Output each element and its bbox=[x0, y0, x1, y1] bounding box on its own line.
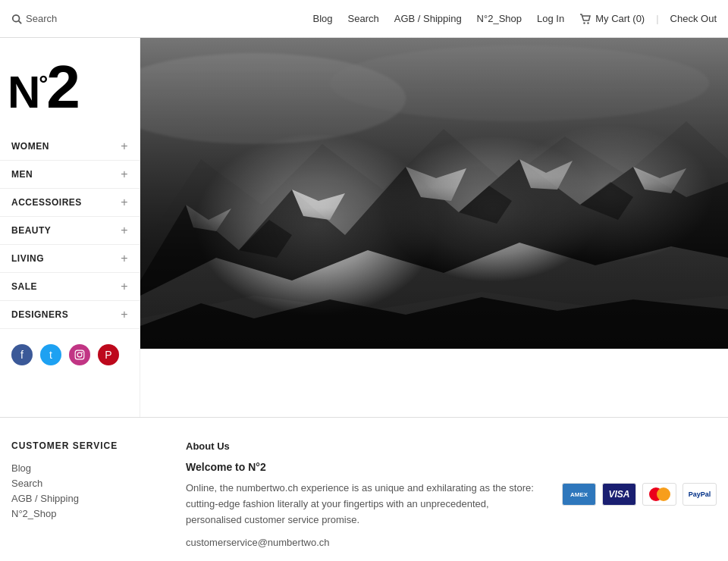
svg-marker-16 bbox=[633, 167, 686, 193]
expand-icon: + bbox=[121, 308, 128, 321]
svg-marker-18 bbox=[140, 292, 728, 349]
checkout-button[interactable]: Check Out bbox=[670, 13, 717, 24]
nav-blog[interactable]: Blog bbox=[312, 13, 332, 24]
expand-icon: + bbox=[121, 252, 128, 265]
sidebar: N°2 WOMEN + MEN + ACCESSOIRES + BEAUTY +… bbox=[0, 38, 140, 417]
hero-area bbox=[140, 38, 728, 417]
svg-marker-22 bbox=[580, 182, 633, 220]
about-title: About Us bbox=[186, 440, 539, 452]
cart-icon bbox=[579, 14, 592, 24]
svg-point-0 bbox=[13, 14, 20, 21]
divider: | bbox=[656, 13, 658, 24]
instagram-icon[interactable] bbox=[69, 344, 90, 365]
footer-blog-link[interactable]: Blog bbox=[11, 462, 163, 474]
svg-marker-14 bbox=[406, 167, 466, 201]
expand-icon: + bbox=[121, 224, 128, 237]
footer-service: CUSTOMER SERVICE Blog Search AGB / Shipp… bbox=[0, 417, 728, 561]
twitter-icon[interactable]: t bbox=[40, 344, 61, 365]
sidebar-item-sale[interactable]: SALE + bbox=[0, 273, 140, 301]
sidebar-item-beauty[interactable]: BEAUTY + bbox=[0, 217, 140, 245]
expand-icon: + bbox=[121, 280, 128, 293]
svg-rect-7 bbox=[140, 38, 728, 349]
nav-login[interactable]: Log In bbox=[537, 13, 564, 24]
svg-point-8 bbox=[140, 53, 406, 144]
cart-label: My Cart (0) bbox=[595, 13, 645, 24]
logo-degree: ° bbox=[39, 71, 46, 96]
footer-search-link[interactable]: Search bbox=[11, 478, 163, 489]
svg-marker-11 bbox=[140, 159, 728, 349]
contact-email[interactable]: customerservice@numbertwo.ch bbox=[186, 537, 329, 548]
svg-marker-20 bbox=[239, 220, 292, 258]
customer-service-title: CUSTOMER SERVICE bbox=[11, 440, 163, 451]
amex-logo: AMEX bbox=[562, 483, 596, 506]
mountain-scene bbox=[140, 38, 728, 349]
svg-marker-12 bbox=[186, 205, 231, 231]
paypal-logo: PayPal bbox=[682, 483, 717, 506]
svg-marker-19 bbox=[140, 317, 728, 349]
svg-marker-17 bbox=[140, 243, 728, 349]
expand-icon: + bbox=[121, 168, 128, 181]
welcome-title: Welcome to N°2 bbox=[186, 461, 539, 473]
about-section: About Us Welcome to N°2 Online, the numb… bbox=[186, 440, 539, 548]
svg-point-3 bbox=[587, 22, 588, 24]
svg-rect-4 bbox=[75, 350, 84, 359]
search-bar[interactable]: Search bbox=[11, 13, 312, 24]
svg-marker-13 bbox=[292, 190, 345, 220]
nav-shop[interactable]: N°2_Shop bbox=[477, 13, 522, 24]
svg-point-6 bbox=[81, 352, 83, 353]
top-bar-right: My Cart (0) | Check Out bbox=[579, 13, 717, 24]
nav-search[interactable]: Search bbox=[348, 13, 379, 24]
sidebar-item-men[interactable]: MEN + bbox=[0, 161, 140, 189]
visa-logo: VISA bbox=[602, 483, 636, 506]
main-layout: N°2 WOMEN + MEN + ACCESSOIRES + BEAUTY +… bbox=[0, 38, 728, 417]
facebook-icon[interactable]: f bbox=[11, 344, 33, 365]
sidebar-item-living[interactable]: LIVING + bbox=[0, 245, 140, 273]
svg-marker-23 bbox=[140, 297, 728, 349]
logo-number: 2 bbox=[46, 53, 79, 121]
cart-button[interactable]: My Cart (0) bbox=[579, 13, 645, 24]
svg-marker-10 bbox=[140, 121, 728, 349]
logo-area: N°2 bbox=[0, 49, 140, 133]
search-icon bbox=[11, 14, 22, 24]
sidebar-item-designers[interactable]: DESIGNERS + bbox=[0, 301, 140, 329]
search-label: Search bbox=[26, 13, 57, 24]
sidebar-item-women[interactable]: WOMEN + bbox=[0, 133, 140, 161]
svg-line-1 bbox=[19, 20, 22, 24]
nav-agb[interactable]: AGB / Shipping bbox=[394, 13, 462, 24]
svg-point-2 bbox=[583, 22, 585, 24]
expand-icon: + bbox=[121, 139, 128, 153]
expand-icon: + bbox=[121, 196, 128, 209]
top-nav: Blog Search AGB / Shipping N°2_Shop Log … bbox=[312, 13, 564, 24]
social-icons: f t P bbox=[0, 329, 140, 381]
top-bar: Search Blog Search AGB / Shipping N°2_Sh… bbox=[0, 0, 728, 38]
hero-image bbox=[140, 38, 728, 349]
sidebar-item-accessoires[interactable]: ACCESSOIRES + bbox=[0, 189, 140, 217]
svg-point-9 bbox=[330, 45, 709, 121]
payment-logos: AMEX VISA PayPal bbox=[562, 440, 717, 548]
svg-marker-15 bbox=[519, 159, 573, 190]
customer-service: CUSTOMER SERVICE Blog Search AGB / Shipp… bbox=[11, 440, 163, 548]
footer-agb-link[interactable]: AGB / Shipping bbox=[11, 493, 163, 504]
footer-shop-link[interactable]: N°2_Shop bbox=[11, 508, 163, 519]
welcome-body: Online, the numbertwo.ch experience is a… bbox=[186, 481, 539, 528]
mastercard-logo bbox=[642, 483, 676, 506]
svg-point-5 bbox=[77, 353, 82, 357]
pinterest-icon[interactable]: P bbox=[98, 344, 119, 365]
svg-marker-21 bbox=[459, 186, 512, 224]
site-logo[interactable]: N°2 bbox=[8, 57, 79, 118]
